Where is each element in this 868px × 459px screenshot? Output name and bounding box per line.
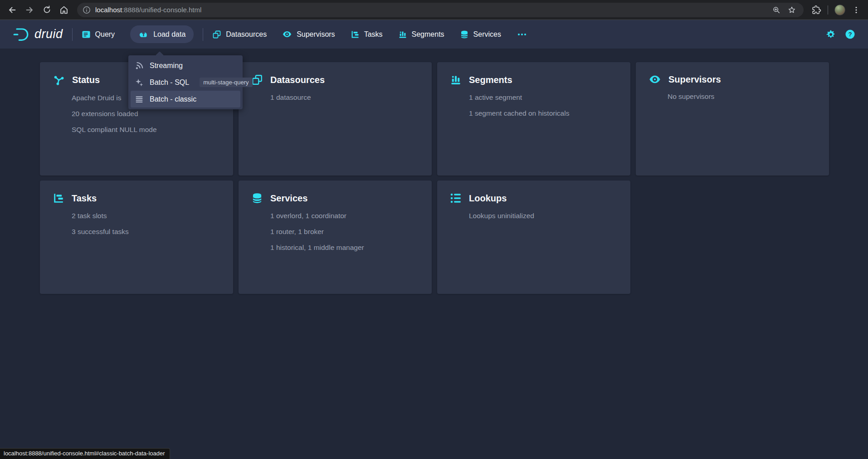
multi-stage-query-tag: multi-stage-query xyxy=(200,78,252,87)
status-line: 1 router, 1 broker xyxy=(270,227,419,236)
status-line: 1 segment cached on historicals xyxy=(469,109,618,117)
menu-item-batch-classic[interactable]: Batch - classic xyxy=(131,91,240,107)
status-line: Lookups uninitialized xyxy=(469,211,618,220)
menu-item-label: Batch - SQL xyxy=(150,78,189,87)
query-console-icon xyxy=(82,30,91,39)
forward-arrow-icon xyxy=(24,5,34,15)
zoom-icon[interactable] xyxy=(772,5,781,15)
datasources-icon xyxy=(212,30,221,39)
nav-divider xyxy=(72,28,73,41)
reload-icon xyxy=(42,5,52,15)
bar-chart-icon xyxy=(398,30,407,39)
card-title: Segments xyxy=(469,75,512,85)
status-line: 1 historical, 1 middle manager xyxy=(270,243,419,252)
status-line: SQL compliant NULL mode xyxy=(72,125,220,134)
card-title: Status xyxy=(72,75,100,85)
database-icon xyxy=(251,192,263,204)
eye-icon xyxy=(282,30,292,39)
card-lookups[interactable]: Lookups Lookups uninitialized xyxy=(437,181,630,294)
brand-name: druid xyxy=(34,27,63,41)
nav-item-label: Query xyxy=(95,30,115,39)
back-button[interactable] xyxy=(5,2,20,18)
nav-item-label: Datasources xyxy=(226,30,267,39)
bulleted-list-icon xyxy=(450,192,462,204)
nav-item-load-data[interactable]: Load data xyxy=(130,25,194,43)
browser-menu-icon[interactable] xyxy=(852,5,861,15)
status-line: 3 successful tasks xyxy=(72,227,220,236)
menu-item-streaming[interactable]: Streaming xyxy=(128,57,243,74)
card-title: Services xyxy=(270,193,307,204)
card-title: Tasks xyxy=(72,193,97,204)
settings-gear-icon[interactable] xyxy=(826,29,836,39)
url-path: :8888/unified-console.html xyxy=(122,6,201,14)
menu-item-label: Batch - classic xyxy=(150,95,196,103)
druid-logo-icon xyxy=(12,25,30,44)
card-title: Supervisors xyxy=(668,74,721,85)
nav-item-label: Tasks xyxy=(364,30,383,39)
druid-navbar: druid Query Load data xyxy=(0,20,868,49)
nav-item-label: Load data xyxy=(153,30,185,39)
site-info-icon[interactable] xyxy=(83,6,91,14)
home-view: Status Apache Druid is 20 extensions loa… xyxy=(0,49,868,459)
help-icon[interactable]: ? xyxy=(845,29,855,39)
browser-chrome: localhost:8888/unified-console.html xyxy=(0,0,868,20)
extensions-icon[interactable] xyxy=(812,5,821,15)
nav-item-query[interactable]: Query xyxy=(82,30,115,39)
url-host: localhost xyxy=(95,6,122,14)
forward-button[interactable] xyxy=(22,2,37,18)
nav-item-services[interactable]: Services xyxy=(460,30,501,39)
datasources-icon xyxy=(251,74,263,86)
status-line: 1 active segment xyxy=(469,93,618,102)
card-tasks[interactable]: Tasks 2 task slots 3 successful tasks xyxy=(40,181,233,294)
url-text: localhost:8888/unified-console.html xyxy=(95,6,772,14)
status-line: 20 extensions loaded xyxy=(72,109,220,118)
database-icon xyxy=(460,30,469,39)
stacked-lines-icon xyxy=(135,95,144,104)
reload-button[interactable] xyxy=(39,2,54,18)
url-bar[interactable]: localhost:8888/unified-console.html xyxy=(77,3,804,17)
nav-more-button[interactable] xyxy=(517,30,527,39)
eye-icon xyxy=(649,74,661,85)
more-ellipsis-icon xyxy=(517,30,527,39)
gantt-icon xyxy=(351,30,360,39)
home-icon xyxy=(59,5,69,15)
card-services[interactable]: Services 1 overlord, 1 coordinator 1 rou… xyxy=(239,181,432,294)
nav-item-segments[interactable]: Segments xyxy=(398,30,444,39)
status-line: No supervisors xyxy=(668,92,816,101)
menu-item-batch-sql[interactable]: Batch - SQL multi-stage-query xyxy=(128,74,243,91)
profile-avatar[interactable] xyxy=(834,5,845,15)
nav-item-tasks[interactable]: Tasks xyxy=(351,30,383,39)
nav-divider xyxy=(203,28,203,41)
home-button[interactable] xyxy=(56,2,72,18)
status-line: 2 task slots xyxy=(72,211,220,220)
status-line: 1 overlord, 1 coordinator xyxy=(270,211,419,220)
card-title: Lookups xyxy=(469,193,507,204)
chrome-divider xyxy=(828,5,828,15)
bar-chart-icon xyxy=(450,74,462,86)
menu-item-label: Streaming xyxy=(150,62,183,70)
card-segments[interactable]: Segments 1 active segment 1 segment cach… xyxy=(437,62,630,176)
nav-item-datasources[interactable]: Datasources xyxy=(212,30,267,39)
network-status-icon xyxy=(53,74,65,86)
card-datasources[interactable]: Datasources 1 datasource xyxy=(239,62,432,176)
help-glyph: ? xyxy=(848,31,852,38)
status-line: 1 datasource xyxy=(270,93,419,102)
sparkles-icon xyxy=(135,78,144,87)
cloud-upload-icon xyxy=(138,29,149,39)
load-data-menu: Streaming Batch - SQL multi-stage-query … xyxy=(128,55,243,109)
nav-item-supervisors[interactable]: Supervisors xyxy=(282,30,335,39)
nav-item-label: Segments xyxy=(412,30,444,39)
gantt-icon xyxy=(53,192,64,204)
back-arrow-icon xyxy=(7,5,17,15)
card-title: Datasources xyxy=(270,75,325,85)
nav-item-label: Services xyxy=(473,30,501,39)
bookmark-star-icon[interactable] xyxy=(787,5,796,15)
nav-item-label: Supervisors xyxy=(297,30,335,39)
druid-brand[interactable]: druid xyxy=(12,25,63,44)
rss-icon xyxy=(135,61,144,70)
link-target-statusbar: localhost:8888/unified-console.html#clas… xyxy=(0,448,170,459)
card-supervisors[interactable]: Supervisors No supervisors xyxy=(636,62,829,176)
